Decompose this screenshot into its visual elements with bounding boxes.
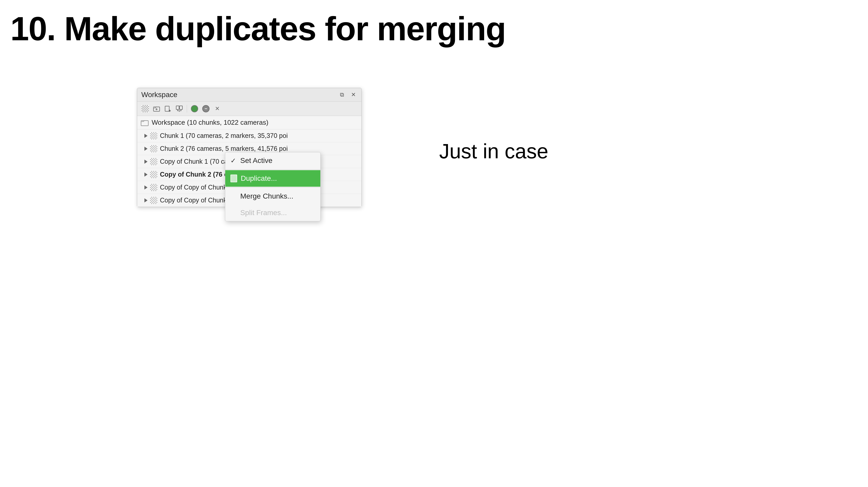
x-icon: ✕ <box>215 105 220 112</box>
workspace-root-icon <box>141 119 149 126</box>
expand-arrow-3 <box>145 160 148 164</box>
toolbar-divider <box>187 105 187 112</box>
expand-arrow-6 <box>145 198 148 202</box>
chunk-label-4: Copy of Chunk 2 (76 c <box>160 171 228 178</box>
ctx-set-active-label: Set Active <box>240 157 273 165</box>
ctx-merge-label: Merge Chunks... <box>240 192 293 200</box>
ctx-split-label: Split Frames... <box>240 208 287 217</box>
window-title: Workspace <box>141 91 178 99</box>
window-toolbar: − ✕ <box>137 102 362 116</box>
chunk-checker-5 <box>150 184 157 191</box>
workspace-root-label: Workspace (10 chunks, 1022 cameras) <box>152 119 269 127</box>
grid-checker-icon <box>142 105 149 112</box>
add-folder-button[interactable] <box>152 104 161 113</box>
check-circle-button[interactable] <box>190 104 199 113</box>
svg-rect-3 <box>165 106 169 111</box>
grid-icon-button[interactable] <box>140 104 150 113</box>
workspace-window: Workspace ⧉ ✕ <box>137 88 362 207</box>
circle-minus-icon: − <box>202 105 210 112</box>
chunk-label-2: Chunk 2 (76 cameras, 5 markers, 41,576 p… <box>160 145 288 152</box>
page-title: 10. Make duplicates for merging <box>10 10 505 47</box>
expand-arrow-2 <box>145 147 148 151</box>
side-note: Just in case <box>439 139 548 163</box>
add-item-icon <box>164 105 172 112</box>
expand-arrow-5 <box>145 185 148 190</box>
ctx-duplicate-icon <box>230 174 237 182</box>
minus-circle-button[interactable]: − <box>201 104 211 113</box>
ctx-separator-2 <box>225 187 320 188</box>
ctx-separator-1 <box>225 169 320 170</box>
ctx-merge-chunks[interactable]: Merge Chunks... <box>225 188 320 204</box>
ctx-checkmark-icon: ✓ <box>230 157 237 165</box>
chunk-label-3: Copy of Chunk 1 (70 ca <box>160 158 228 165</box>
restore-button[interactable]: ⧉ <box>338 91 346 99</box>
close-button[interactable]: ✕ <box>349 91 357 99</box>
svg-rect-6 <box>176 106 179 109</box>
chunk-checker-6 <box>150 197 157 204</box>
ctx-split-frames: Split Frames... <box>225 204 320 221</box>
svg-rect-7 <box>180 106 182 109</box>
context-menu: ✓ Set Active Duplicate... Merge Chunks..… <box>225 152 320 221</box>
close-x-button[interactable]: ✕ <box>212 104 222 113</box>
ctx-duplicate-label: Duplicate... <box>241 174 277 183</box>
chunk-label-1: Chunk 1 (70 cameras, 2 markers, 35,370 p… <box>160 132 288 139</box>
chunk-label-5: Copy of Copy of Chunk <box>160 184 226 191</box>
chunk-checker-4 <box>150 171 157 178</box>
chunk-row-1[interactable]: Chunk 1 (70 cameras, 2 markers, 35,370 p… <box>137 129 362 142</box>
circle-green-icon <box>191 105 198 112</box>
expand-arrow-1 <box>145 134 148 138</box>
chunk-checker-1 <box>150 132 157 139</box>
add-folder-icon <box>153 105 160 112</box>
chunk-label-6: Copy of Copy of Chunk <box>160 196 226 204</box>
add-item-button[interactable] <box>163 104 173 113</box>
expand-arrow-4 <box>145 172 148 176</box>
workspace-root-row[interactable]: Workspace (10 chunks, 1022 cameras) <box>137 116 362 129</box>
merge-icon <box>176 105 183 112</box>
merge-button[interactable] <box>175 104 184 113</box>
chunk-checker-3 <box>150 158 157 165</box>
ctx-duplicate[interactable]: Duplicate... <box>225 170 320 187</box>
ctx-set-active[interactable]: ✓ Set Active <box>225 152 320 169</box>
window-controls: ⧉ ✕ <box>338 91 357 99</box>
chunk-checker-2 <box>150 145 157 152</box>
window-titlebar: Workspace ⧉ ✕ <box>137 88 362 102</box>
folder-icon <box>141 119 149 126</box>
